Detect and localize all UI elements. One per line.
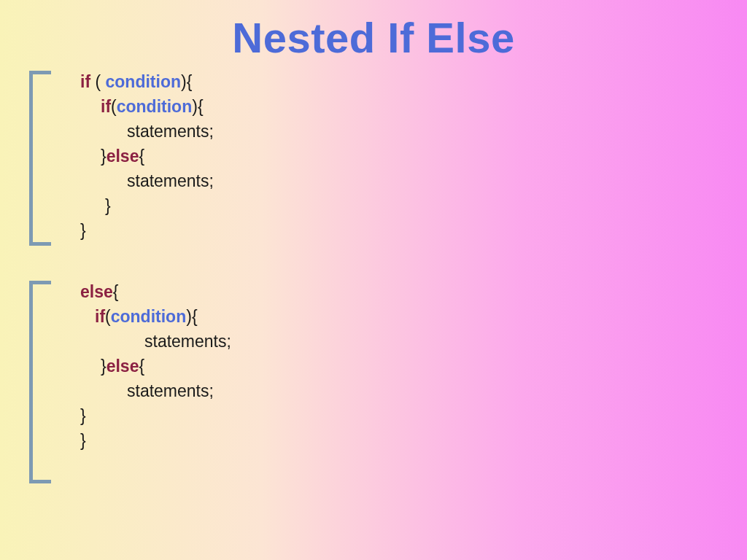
condition-text: condition — [117, 97, 192, 116]
code-line: statements; — [80, 168, 214, 193]
code-text: } — [80, 406, 86, 425]
code-text: { — [139, 357, 144, 376]
condition-text: condition — [106, 72, 181, 91]
code-text: { — [139, 147, 144, 166]
code-text: statements; — [127, 381, 214, 400]
code-line: statements; — [80, 119, 214, 144]
keyword-else: else — [107, 147, 139, 166]
bracket-icon — [29, 281, 51, 483]
code-text: } — [105, 196, 111, 215]
code-text: } — [80, 221, 86, 240]
code-text: } — [101, 357, 107, 376]
code-line: if(condition){ — [80, 94, 214, 119]
code-text: ){ — [192, 97, 203, 116]
code-text: ){ — [181, 72, 192, 91]
code-line: }else{ — [80, 354, 231, 378]
code-line: statements; — [80, 378, 231, 403]
code-block-if: if ( condition){ if(condition){ statemen… — [80, 69, 214, 243]
code-block-else: else{ if(condition){ statements; }else{ … — [80, 279, 231, 453]
code-text: statements; — [127, 122, 214, 141]
code-text: ){ — [186, 307, 197, 326]
code-text: statements; — [144, 332, 231, 351]
code-text: statements; — [127, 171, 214, 190]
keyword-if: if — [95, 307, 105, 326]
code-text: ( — [90, 72, 105, 91]
code-line: } — [80, 428, 231, 453]
code-line: } — [80, 218, 214, 243]
code-text: ( — [105, 307, 111, 326]
code-line: }else{ — [80, 144, 214, 168]
code-text: { — [113, 282, 119, 301]
code-line: statements; — [80, 329, 231, 354]
bracket-icon — [29, 71, 51, 246]
code-line: } — [80, 193, 214, 218]
keyword-else: else — [107, 357, 139, 376]
keyword-if: if — [101, 97, 111, 116]
code-line: } — [80, 403, 231, 428]
condition-text: condition — [111, 307, 186, 326]
code-text: } — [101, 147, 107, 166]
code-line: if(condition){ — [80, 304, 231, 329]
keyword-if: if — [80, 72, 90, 91]
code-line: if ( condition){ — [80, 69, 214, 94]
page-title: Nested If Else — [0, 0, 747, 62]
code-text: } — [80, 431, 86, 450]
code-line: else{ — [80, 279, 231, 304]
keyword-else: else — [80, 282, 113, 301]
code-text: ( — [111, 97, 117, 116]
